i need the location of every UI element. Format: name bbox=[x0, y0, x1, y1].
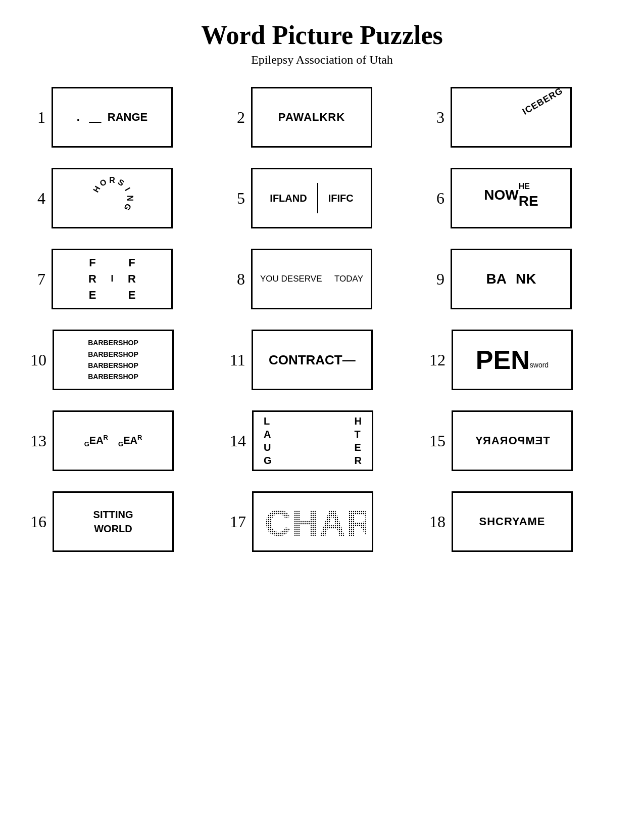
puzzle-number-15: 15 bbox=[429, 432, 445, 450]
puzzle-cell-1: 1 . RANGE bbox=[30, 87, 215, 148]
puzzle-3-content: ICEBERG bbox=[521, 87, 565, 117]
puzzle-14-content: L A U G H T E R bbox=[254, 414, 372, 467]
puzzle-box-3: ICEBERG bbox=[451, 87, 572, 148]
puzzle-14-left: L A U G bbox=[264, 414, 272, 467]
p10-line4: BARBERSHOP bbox=[88, 371, 138, 382]
p16-sitting: SITTING bbox=[93, 507, 133, 522]
puzzle-12-pen: PEN bbox=[476, 347, 530, 373]
svg-text:S: S bbox=[117, 177, 126, 188]
puzzle-box-1: . RANGE bbox=[52, 87, 173, 148]
puzzle-8-content: YOU DESERVE TODAY bbox=[253, 274, 371, 284]
puzzle-box-13: GEAR GEAR bbox=[53, 410, 174, 471]
puzzle-12-content: PEN sword bbox=[476, 347, 549, 373]
puzzle-10-content: BARBERSHOP BARBERSHOP BARBERSHOP BARBERS… bbox=[88, 337, 138, 383]
p14-h: H bbox=[355, 414, 362, 428]
puzzle-9-ba: BA bbox=[486, 271, 507, 287]
puzzle-15-content: TEMPORARY bbox=[475, 434, 550, 447]
p13-r2: R bbox=[137, 434, 142, 441]
puzzle-6-now: NOW bbox=[484, 187, 518, 203]
puzzle-box-2: PAWALKRK bbox=[251, 87, 372, 148]
puzzle-cell-18: 18 SHCRYAME bbox=[429, 491, 614, 552]
puzzle-number-17: 17 bbox=[230, 513, 246, 531]
puzzle-number-12: 12 bbox=[429, 351, 445, 369]
puzzle-number-9: 9 bbox=[429, 270, 444, 289]
p16-world: WORLD bbox=[93, 522, 133, 536]
puzzle-5-content: IFLAND IFIFC bbox=[270, 183, 353, 213]
puzzle-box-16: SITTING WORLD bbox=[53, 491, 174, 552]
p7-e1: E bbox=[79, 289, 106, 302]
puzzle-grid: 1 . RANGE 2 PAWALKRK 3 ICEBERG 4 H O R S bbox=[30, 87, 614, 552]
puzzle-number-16: 16 bbox=[30, 513, 46, 531]
puzzle-number-7: 7 bbox=[30, 270, 45, 289]
p7-i: I bbox=[106, 273, 119, 284]
p13-g1: G bbox=[84, 440, 89, 448]
puzzle-cell-8: 8 YOU DESERVE TODAY bbox=[230, 249, 414, 309]
puzzle-cell-10: 10 BARBERSHOP BARBERSHOP BARBERSHOP BARB… bbox=[30, 330, 215, 390]
puzzle-number-3: 3 bbox=[429, 108, 444, 127]
puzzle-12-sword: sword bbox=[530, 361, 549, 369]
p7-f2: F bbox=[119, 256, 145, 269]
p13-r1: R bbox=[104, 434, 108, 441]
puzzle-number-18: 18 bbox=[429, 513, 445, 531]
puzzle-number-14: 14 bbox=[230, 432, 246, 450]
p14-u: U bbox=[264, 441, 272, 454]
puzzle-box-8: YOU DESERVE TODAY bbox=[251, 249, 372, 309]
p10-line1: BARBERSHOP bbox=[88, 337, 138, 348]
puzzle-number-2: 2 bbox=[230, 108, 245, 127]
svg-text:N: N bbox=[126, 195, 134, 201]
puzzle-cell-7: 7 F F R I R E E bbox=[30, 249, 215, 309]
puzzle-cell-9: 9 BA NK bbox=[429, 249, 614, 309]
puzzle-box-6: NOW HE RE bbox=[451, 168, 572, 228]
puzzle-number-11: 11 bbox=[230, 351, 245, 369]
puzzle-box-7: F F R I R E E bbox=[52, 249, 173, 309]
puzzle-box-5: IFLAND IFIFC bbox=[251, 168, 372, 228]
puzzle-cell-13: 13 GEAR GEAR bbox=[30, 410, 215, 471]
puzzle-cell-15: 15 TEMPORARY bbox=[429, 410, 614, 471]
puzzle-box-18: SHCRYAME bbox=[452, 491, 573, 552]
svg-rect-9 bbox=[260, 496, 366, 547]
p7-f1: F bbox=[79, 256, 106, 269]
puzzle-9-content: BA NK bbox=[486, 271, 536, 287]
puzzle-box-10: BARBERSHOP BARBERSHOP BARBERSHOP BARBERS… bbox=[53, 330, 174, 390]
puzzle-cell-3: 3 ICEBERG bbox=[429, 87, 614, 148]
puzzle-number-8: 8 bbox=[230, 270, 245, 289]
puzzle-cell-14: 14 L A U G H T E R bbox=[230, 410, 414, 471]
puzzle-11-content: CONTRACT— bbox=[269, 352, 356, 368]
puzzle-7-content: F F R I R E E bbox=[79, 255, 145, 303]
p14-t: T bbox=[355, 428, 362, 441]
p10-line3: BARBERSHOP bbox=[88, 360, 138, 371]
puzzle-cell-6: 6 NOW HE RE bbox=[429, 168, 614, 228]
puzzle-14-right: H T E R bbox=[355, 414, 362, 467]
svg-text:H: H bbox=[91, 184, 102, 194]
svg-text:G: G bbox=[122, 202, 133, 212]
p14-e: E bbox=[355, 441, 362, 454]
puzzle-number-1: 1 bbox=[30, 108, 45, 127]
puzzle-8-today: TODAY bbox=[334, 274, 363, 284]
puzzle-13-content: GEAR GEAR bbox=[84, 434, 142, 448]
puzzle-cell-12: 12 PEN sword bbox=[429, 330, 614, 390]
puzzle-16-content: SITTING WORLD bbox=[93, 507, 133, 536]
puzzle-number-6: 6 bbox=[429, 189, 444, 208]
puzzle-number-13: 13 bbox=[30, 432, 46, 450]
p7-r1: R bbox=[79, 272, 106, 286]
puzzle-cell-4: 4 H O R S I N G bbox=[30, 168, 215, 228]
puzzle-6-he: HE bbox=[519, 182, 530, 191]
page-title: Word Picture Puzzles bbox=[30, 20, 614, 50]
p10-line2: BARBERSHOP bbox=[88, 349, 138, 360]
page-subtitle: Epilepsy Association of Utah bbox=[30, 53, 614, 67]
puzzle-13-gear2: GEAR bbox=[118, 434, 142, 448]
puzzle-box-14: L A U G H T E R bbox=[252, 410, 373, 471]
puzzle-17-svg: CHART bbox=[260, 496, 366, 547]
p14-g: G bbox=[264, 454, 272, 467]
p14-l: L bbox=[264, 414, 272, 428]
svg-text:R: R bbox=[109, 176, 115, 184]
puzzle-box-15: TEMPORARY bbox=[452, 410, 573, 471]
p14-r: R bbox=[355, 454, 362, 467]
puzzle-2-content: PAWALKRK bbox=[278, 111, 345, 124]
puzzle-8-you-deserve: YOU DESERVE bbox=[260, 274, 322, 284]
puzzle-box-11: CONTRACT— bbox=[252, 330, 373, 390]
p14-a: A bbox=[264, 428, 272, 441]
puzzle-5-right: IFIFC bbox=[328, 193, 354, 204]
puzzle-1-content: . RANGE bbox=[77, 111, 148, 124]
puzzle-cell-2: 2 PAWALKRK bbox=[230, 87, 414, 148]
